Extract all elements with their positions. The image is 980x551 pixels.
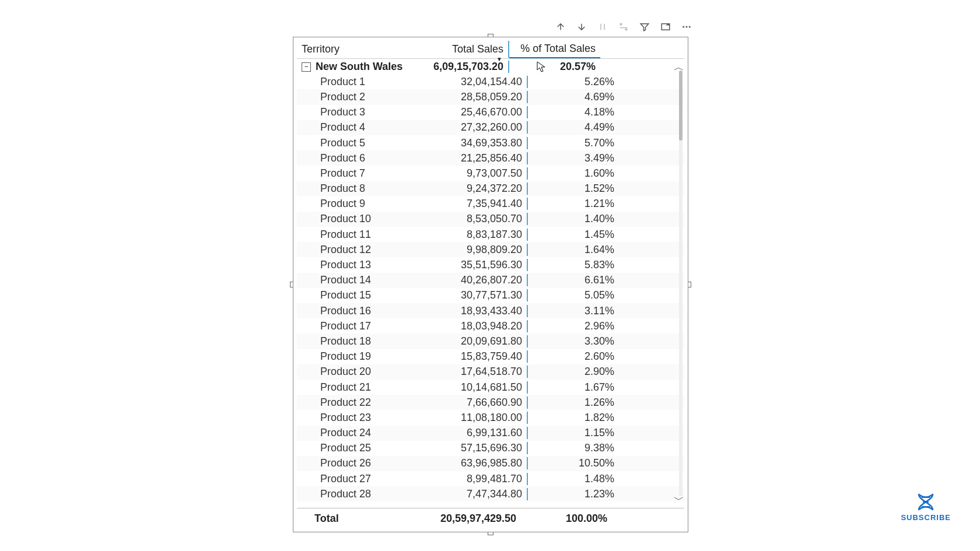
row-label: Product 12	[297, 244, 436, 256]
row-sales: 8,53,050.70	[436, 213, 528, 225]
table-row[interactable]: Product 621,25,856.403.49%	[297, 150, 684, 166]
row-pct: 5.70%	[528, 137, 619, 149]
row-label: Product 19	[297, 350, 436, 363]
table-row[interactable]: Product 325,46,670.004.18%	[297, 105, 684, 120]
row-sales: 63,96,985.80	[436, 457, 528, 469]
group-pct: 20.57%	[509, 61, 600, 73]
svg-point-2	[686, 26, 688, 28]
table-row[interactable]: Product 129,98,809.201.64%	[297, 242, 684, 257]
filter-icon[interactable]	[638, 20, 651, 33]
row-pct: 1.23%	[528, 488, 619, 500]
focus-mode-icon[interactable]	[659, 20, 672, 33]
row-sales: 7,47,344.80	[436, 488, 528, 500]
table-row[interactable]: Product 1820,09,691.803.30%	[297, 334, 684, 349]
group-total-sales: 6,09,15,703.20	[417, 61, 509, 73]
table-row[interactable]: Product 1335,51,596.305.83%	[297, 257, 684, 272]
table-row[interactable]: Product 427,32,260.004.49%	[297, 120, 684, 135]
row-label: Product 23	[297, 412, 436, 424]
row-label: Product 20	[297, 366, 436, 378]
row-label: Product 25	[297, 442, 436, 454]
row-sales: 17,64,518.70	[436, 366, 528, 378]
table-row[interactable]: Product 246,99,131.601.15%	[297, 426, 684, 441]
row-sales: 10,14,681.50	[436, 381, 528, 394]
table-row[interactable]: Product 2557,15,696.309.38%	[297, 441, 684, 456]
table-row[interactable]: Product 1618,93,433.403.11%	[297, 303, 684, 318]
scroll-down-button[interactable]: ﹀	[674, 493, 682, 507]
row-label: Product 22	[297, 396, 436, 409]
subscribe-label: SUBSCRIBE	[901, 513, 951, 522]
table-row[interactable]: Product 1530,77,571.305.05%	[297, 288, 684, 303]
table-row[interactable]: Product 1718,03,948.202.96%	[297, 318, 684, 334]
header-pct-total-sales[interactable]: % of Total Sales	[509, 40, 600, 58]
subscribe-badge[interactable]: SUBSCRIBE	[901, 493, 951, 522]
row-sales: 6,99,131.60	[436, 427, 528, 439]
row-sales: 34,69,353.80	[436, 137, 528, 149]
row-sales: 8,99,481.70	[436, 473, 528, 485]
table-row[interactable]: Product 2663,96,985.8010.50%	[297, 456, 684, 471]
row-sales: 18,03,948.20	[436, 320, 528, 332]
row-sales: 27,32,260.00	[436, 121, 528, 134]
scroll-thumb[interactable]	[679, 71, 682, 141]
table-row[interactable]: Product 534,69,353.805.70%	[297, 135, 684, 150]
row-pct: 1.64%	[528, 244, 619, 256]
row-label: Product 28	[297, 488, 436, 500]
row-label: Product 10	[297, 213, 436, 225]
row-pct: 1.15%	[528, 427, 619, 439]
row-sales: 21,25,856.40	[436, 152, 528, 164]
column-header-row: Territory Total Sales % of Total Sales ▼	[297, 40, 684, 59]
matrix-visual[interactable]: Territory Total Sales % of Total Sales ▼…	[293, 37, 688, 532]
row-label: Product 1	[297, 76, 436, 88]
table-row[interactable]: Product 227,66,660.901.26%	[297, 395, 684, 410]
table-row[interactable]: Product 89,24,372.201.52%	[297, 181, 684, 196]
table-row[interactable]: Product 2311,08,180.001.82%	[297, 410, 684, 425]
row-sales: 9,24,372.20	[436, 183, 528, 195]
row-label: Product 21	[297, 381, 436, 394]
row-pct: 6.61%	[528, 274, 619, 286]
row-label: Product 17	[297, 320, 436, 332]
drill-up-icon[interactable]	[554, 20, 567, 33]
table-row[interactable]: Product 118,83,187.301.45%	[297, 227, 684, 242]
table-row[interactable]: Product 97,35,941.401.21%	[297, 196, 684, 212]
table-row[interactable]: Product 1440,26,807.206.61%	[297, 273, 684, 288]
row-pct: 2.90%	[528, 366, 619, 378]
row-label: Product 26	[297, 457, 436, 469]
row-pct: 2.60%	[528, 350, 619, 363]
row-pct: 1.21%	[528, 198, 619, 210]
row-pct: 1.60%	[528, 167, 619, 180]
row-pct: 1.26%	[528, 396, 619, 409]
row-sales: 9,73,007.50	[436, 167, 528, 180]
row-pct: 2.96%	[528, 320, 619, 332]
table-row[interactable]: Product 79,73,007.501.60%	[297, 166, 684, 181]
drill-down-icon[interactable]	[575, 20, 588, 33]
total-pct: 100.00%	[521, 513, 612, 525]
row-label: Product 8	[297, 183, 436, 195]
row-label: Product 6	[297, 152, 436, 164]
table-row[interactable]: Product 287,47,344.801.23%	[297, 486, 684, 501]
group-row-nsw[interactable]: −New South Wales 6,09,15,703.20 20.57%	[297, 59, 684, 74]
row-label: Product 3	[297, 106, 436, 118]
row-label: Product 14	[297, 274, 436, 286]
table-row[interactable]: Product 132,04,154.405.26%	[297, 74, 684, 89]
table-row[interactable]: Product 2110,14,681.501.67%	[297, 380, 684, 395]
table-row[interactable]: Product 108,53,050.701.40%	[297, 212, 684, 227]
more-options-icon[interactable]	[680, 20, 693, 33]
collapse-icon[interactable]: −	[302, 62, 311, 72]
visual-toolbar	[554, 20, 693, 33]
row-pct: 4.49%	[528, 121, 619, 134]
dna-icon	[915, 493, 936, 511]
row-label: Product 9	[297, 198, 436, 210]
total-label: Total	[297, 513, 430, 525]
row-pct: 1.82%	[528, 412, 619, 424]
table-row[interactable]: Product 2017,64,518.702.90%	[297, 364, 684, 380]
row-sales: 9,98,809.20	[436, 244, 528, 256]
expand-next-level-icon[interactable]	[596, 20, 609, 33]
table-row[interactable]: Product 228,58,059.204.69%	[297, 89, 684, 104]
header-total-sales[interactable]: Total Sales	[417, 41, 509, 58]
header-territory[interactable]: Territory	[297, 41, 417, 58]
table-row[interactable]: Product 1915,83,759.402.60%	[297, 349, 684, 364]
row-pct: 9.38%	[528, 442, 619, 454]
expand-all-icon[interactable]	[617, 20, 630, 33]
table-row[interactable]: Product 278,99,481.701.48%	[297, 471, 684, 486]
total-row: Total 20,59,97,429.50 100.00%	[297, 508, 684, 528]
row-label: Product 27	[297, 473, 436, 485]
